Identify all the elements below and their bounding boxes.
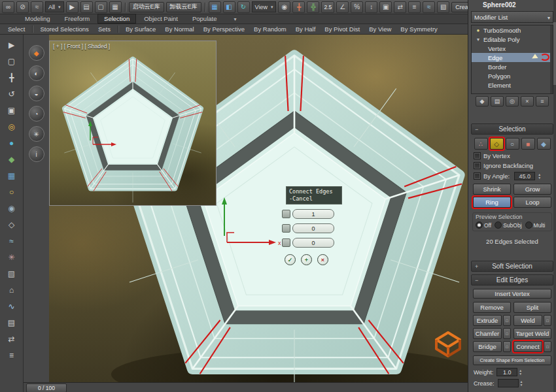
- display-icon[interactable]: ▧: [5, 267, 19, 280]
- unlink-selection-icon[interactable]: ⊘: [16, 1, 29, 13]
- ribbon-button[interactable]: By Symmetry: [396, 25, 441, 33]
- select-by-name-icon[interactable]: ▤: [80, 1, 93, 13]
- select-and-move-icon[interactable]: ╋: [292, 1, 305, 13]
- tab-populate[interactable]: Populate: [186, 14, 224, 24]
- preview-off-radio[interactable]: Off: [476, 221, 491, 229]
- material-editor-icon[interactable]: ●: [5, 136, 19, 150]
- ignore-backfacing-checkbox[interactable]: Ignore Backfacing: [468, 162, 556, 169]
- modifier-stack-row[interactable]: Polygon: [472, 71, 553, 80]
- modifier-stack-row[interactable]: Vertex: [472, 44, 553, 53]
- polygon-icon[interactable]: ■: [521, 138, 535, 150]
- systems-icon[interactable]: ✳: [5, 250, 19, 264]
- schematic-view-icon[interactable]: ▧: [437, 1, 449, 13]
- element-icon[interactable]: ◆: [537, 138, 551, 150]
- edge-icon[interactable]: ◇: [490, 138, 504, 150]
- info-icon[interactable]: i: [29, 146, 44, 162]
- world-icon[interactable]: ◐: [29, 65, 44, 81]
- modifier-stack-row[interactable]: Edge: [472, 53, 553, 62]
- snap-25d-toggle-button[interactable]: 2.5: [321, 1, 334, 13]
- configure-modifier-sets-icon[interactable]: ≡: [536, 96, 549, 106]
- by-angle-checkbox[interactable]: By Angle: 45.0: [468, 172, 556, 180]
- ribbon-button[interactable]: By Random: [250, 25, 290, 33]
- remove-modifier-icon[interactable]: ×: [521, 96, 534, 106]
- move-icon[interactable]: ╋: [5, 71, 19, 84]
- modifier-list-dropdown[interactable]: Modifier List: [471, 11, 553, 23]
- modifier-stack-row[interactable]: ▾ Editable Poly: [472, 35, 553, 44]
- settings-box-icon[interactable]: □: [503, 341, 511, 352]
- ribbon-button[interactable]: Sets: [94, 25, 114, 33]
- spinner-icon[interactable]: [519, 369, 525, 376]
- rotate-gizmo-icon[interactable]: ↻: [237, 1, 250, 13]
- select-and-link-icon[interactable]: ∞: [2, 1, 14, 13]
- make-unique-icon[interactable]: ◎: [506, 96, 519, 106]
- settings-box-icon[interactable]: □: [544, 315, 551, 326]
- snaps-toggle-icon[interactable]: ▦: [209, 1, 221, 13]
- weight-value[interactable]: 1.0: [496, 368, 517, 376]
- tab-selection[interactable]: Selection: [97, 14, 136, 24]
- ribbon-button[interactable]: By Half: [292, 25, 320, 33]
- create-shape-button[interactable]: Create Shape From Selection: [473, 355, 551, 365]
- tab-freeform[interactable]: Freeform: [58, 14, 97, 24]
- weld-button[interactable]: Weld: [513, 315, 542, 326]
- angle-snap-toggle-icon[interactable]: ∠: [336, 1, 349, 13]
- caddy-apply-button[interactable]: +: [301, 254, 312, 265]
- connect-slide-field[interactable]: 0: [292, 238, 334, 248]
- edit-named-selection-sets-icon[interactable]: ▣: [379, 1, 392, 13]
- connect-button[interactable]: Connect: [513, 341, 542, 352]
- tab-modeling[interactable]: Modeling: [18, 14, 57, 24]
- select-object-icon[interactable]: ▶: [66, 1, 78, 13]
- utilities-icon[interactable]: ⌂: [5, 283, 19, 297]
- curve-editor-icon[interactable]: ≈: [423, 1, 435, 13]
- connect-pinch-field[interactable]: 0: [292, 223, 334, 233]
- ribbon-button[interactable]: Select: [4, 25, 29, 33]
- main-viewport[interactable]: x [ + ] [ Front ] [ Shaded ] Connect Edg…: [49, 35, 468, 382]
- launch-cloud-library-button[interactable]: 启动云E库: [129, 2, 164, 12]
- front-viewport[interactable]: [ + ] [ Front ] [ Shaded ]: [49, 41, 217, 206]
- window-crossing-icon[interactable]: ▦: [109, 1, 122, 13]
- align-icon[interactable]: ≡: [408, 1, 421, 13]
- crease-value[interactable]: [498, 379, 519, 387]
- split-button[interactable]: Split: [513, 302, 551, 313]
- ribbon-button[interactable]: By Pivot Dist: [321, 25, 364, 33]
- graph-editor-icon[interactable]: ∿: [5, 299, 19, 313]
- reference-coordinate-dropdown[interactable]: View: [252, 1, 277, 12]
- grow-button[interactable]: Grow: [513, 184, 551, 195]
- render-frame-icon[interactable]: ▦: [5, 169, 19, 182]
- caddy-cancel-button[interactable]: ×: [317, 254, 328, 265]
- ribbon-button[interactable]: By Normal: [161, 25, 198, 33]
- bind-to-space-warp-icon[interactable]: ≈: [31, 1, 43, 13]
- helpers-icon[interactable]: ◇: [5, 218, 19, 231]
- chamfer-button[interactable]: Chamfer: [473, 328, 502, 339]
- remove-button[interactable]: Remove: [473, 302, 511, 313]
- bridge-button[interactable]: Bridge: [473, 341, 502, 352]
- percent-snap-toggle-icon[interactable]: %: [351, 1, 363, 13]
- tab-object-paint[interactable]: Object Paint: [137, 14, 184, 24]
- mirror-icon[interactable]: ⇄: [5, 332, 19, 346]
- target-weld-button[interactable]: Target Weld: [513, 328, 551, 339]
- scale-icon[interactable]: ▣: [5, 103, 19, 117]
- ribbon-button[interactable]: By Surface: [122, 25, 160, 33]
- select-icon[interactable]: ▶: [5, 38, 19, 52]
- space-warp-icon[interactable]: ≈: [5, 234, 19, 248]
- ribbon-button[interactable]: By View: [365, 25, 395, 33]
- timeline-bar[interactable]: 0 / 100: [24, 382, 468, 392]
- selection-rollout-header[interactable]: Selection: [471, 123, 553, 135]
- caddy-ok-button[interactable]: ✓: [285, 254, 296, 265]
- extrude-button[interactable]: Extrude: [473, 315, 502, 326]
- ribbon-button[interactable]: Stored Selections: [36, 25, 92, 33]
- border-icon[interactable]: ○: [506, 138, 519, 150]
- show-end-result-icon[interactable]: ▤: [491, 96, 504, 106]
- modifier-stack-row[interactable]: ● TurboSmooth: [472, 25, 553, 35]
- unload-cloud-library-button[interactable]: 卸载云E库: [166, 2, 201, 12]
- pin-stack-icon[interactable]: ◆: [476, 96, 489, 106]
- ribbon-button[interactable]: By Perspective: [200, 25, 249, 33]
- by-angle-value[interactable]: 45.0: [514, 172, 535, 180]
- spinner-icon[interactable]: [520, 380, 526, 387]
- preview-multi-radio[interactable]: Multi: [525, 221, 546, 229]
- rectangular-selection-region-icon[interactable]: ▢: [95, 1, 107, 13]
- light-icon[interactable]: ○: [5, 185, 19, 199]
- rotate-icon[interactable]: ↺: [5, 87, 19, 101]
- settings-box-icon[interactable]: □: [544, 341, 551, 352]
- connect-segments-field[interactable]: 1: [292, 209, 334, 219]
- layer-manager-icon[interactable]: ▤: [5, 316, 19, 329]
